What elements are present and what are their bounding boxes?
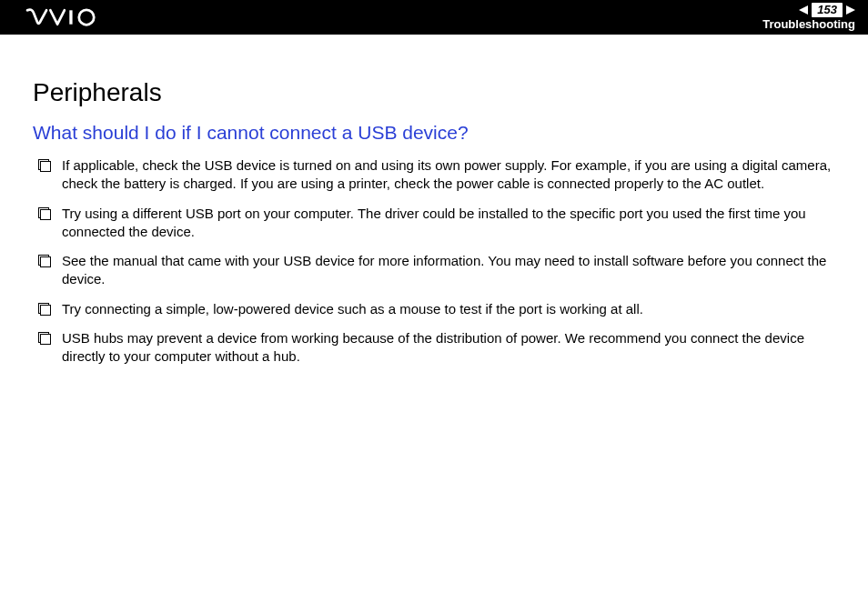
list-item-text: See the manual that came with your USB d…	[62, 252, 835, 289]
svg-rect-0	[69, 10, 72, 24]
checkbox-bullet-icon	[38, 332, 49, 343]
header-right: 153 Troubleshooting	[762, 3, 855, 31]
list-item: If applicable, check the USB device is t…	[38, 156, 835, 194]
next-page-icon[interactable]	[846, 5, 855, 15]
list-item-text: If applicable, check the USB device is t…	[62, 156, 835, 194]
list-item: Try using a different USB port on your c…	[38, 205, 835, 242]
list-item-text: Try connecting a simple, low-powered dev…	[62, 300, 835, 318]
checklist: If applicable, check the USB device is t…	[33, 156, 835, 366]
header-bar: 153 Troubleshooting	[0, 0, 868, 35]
list-item: Try connecting a simple, low-powered dev…	[38, 300, 835, 318]
list-item: USB hubs may prevent a device from worki…	[38, 329, 835, 367]
checkbox-bullet-icon	[38, 303, 49, 314]
vaio-logo	[16, 7, 116, 27]
checkbox-bullet-icon	[38, 255, 49, 266]
list-item-text: Try using a different USB port on your c…	[62, 205, 835, 242]
question-heading: What should I do if I cannot connect a U…	[33, 122, 835, 144]
section-label: Troubleshooting	[762, 18, 855, 31]
page-title: Peripherals	[33, 78, 835, 107]
list-item: See the manual that came with your USB d…	[38, 252, 835, 289]
svg-point-1	[79, 10, 95, 25]
page-content: Peripherals What should I do if I cannot…	[0, 35, 868, 366]
checkbox-bullet-icon	[38, 207, 49, 218]
page-nav: 153	[762, 3, 855, 17]
list-item-text: USB hubs may prevent a device from worki…	[62, 329, 835, 367]
checkbox-bullet-icon	[38, 159, 49, 170]
prev-page-icon[interactable]	[799, 5, 808, 15]
page-number: 153	[812, 3, 843, 17]
